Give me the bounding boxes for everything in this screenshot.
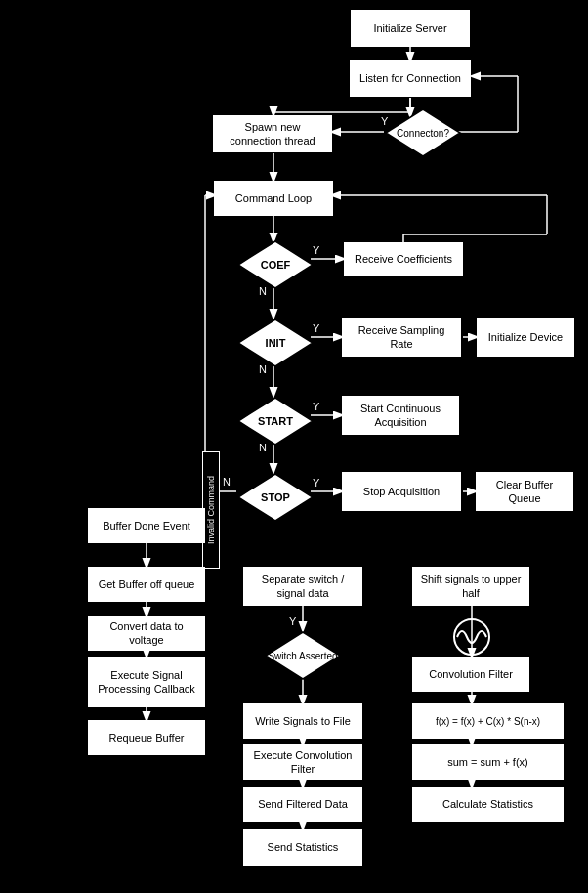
initialize-device-box: Initialize Device (477, 318, 574, 357)
execute-convolution-box: Execute Convolution Filter (243, 744, 362, 780)
flowchart-diagram: N N N Y Y Y Y Y Y N Initialize Server Li… (0, 0, 588, 893)
requeue-buffer-box: Requeue Buffer (88, 720, 205, 755)
write-signals-box: Write Signals to File (243, 703, 362, 739)
coef-label: COEF (261, 259, 291, 271)
svg-text:N: N (223, 476, 231, 488)
stop-diamond: STOP (236, 472, 315, 523)
switch-asserted-label: Switch Asserted (268, 651, 337, 661)
convert-voltage-box: Convert data to voltage (88, 616, 205, 651)
start-diamond: START (236, 396, 315, 446)
stop-acquisition-box: Stop Acquisition (342, 472, 461, 511)
connection-diamond: Connecton? (384, 107, 462, 158)
svg-point-57 (454, 619, 489, 655)
svg-text:Y: Y (289, 616, 297, 627)
send-filtered-box: Send Filtered Data (243, 787, 362, 822)
signal-icon (447, 616, 496, 659)
command-loop-box: Command Loop (214, 181, 333, 216)
shift-signals-box: Shift signals to upper half (412, 567, 529, 606)
formula2-box: sum = sum + f(x) (412, 744, 564, 780)
receive-coefficients-box: Receive Coefficients (344, 242, 463, 276)
receive-sampling-rate-box: Receive Sampling Rate (342, 318, 461, 357)
switch-asserted-diamond: Switch Asserted (264, 630, 342, 681)
init-label: INIT (266, 337, 286, 349)
start-label: START (258, 415, 293, 427)
init-diamond: INIT (236, 318, 315, 368)
buffer-done-event-box: Buffer Done Event (88, 508, 205, 543)
clear-buffer-queue-box: Clear Buffer Queue (476, 472, 573, 511)
convolution-filter-box: Convolution Filter (412, 657, 529, 692)
stop-label: STOP (261, 491, 290, 503)
spawn-thread-box: Spawn new connection thread (213, 115, 332, 152)
start-continuous-box: Start Continuous Acquisition (342, 396, 459, 435)
invalid-command-text: Invalid Command (206, 476, 216, 544)
get-buffer-box: Get Buffer off queue (88, 567, 205, 602)
connection-label: Connecton? (397, 128, 449, 139)
coef-diamond: COEF (236, 239, 315, 290)
separate-switch-box: Separate switch / signal data (243, 567, 362, 606)
initialize-server-box: Initialize Server (351, 10, 470, 47)
calculate-statistics-box: Calculate Statistics (412, 787, 564, 822)
listen-connection-box: Listen for Connection (350, 60, 471, 97)
execute-signal-box: Execute Signal Processing Callback (88, 657, 205, 707)
formula1-box: f(x) = f(x) + C(x) * S(n-x) (412, 703, 564, 739)
send-statistics-box: Send Statistics (243, 829, 362, 866)
